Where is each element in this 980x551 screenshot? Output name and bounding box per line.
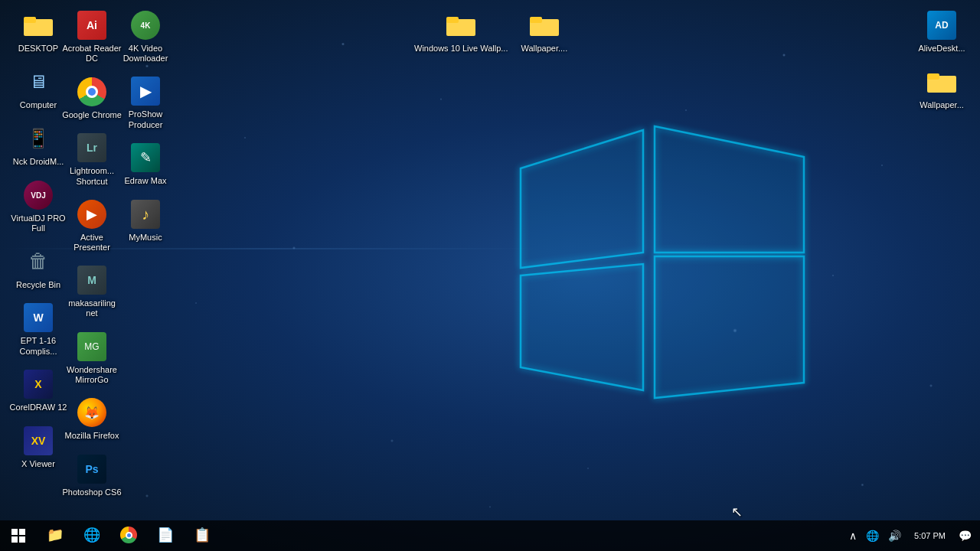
- taskbar: 📁 🌐 📄 📋 ∧ 🌐 🔊 5:07 PM 💬: [0, 520, 980, 551]
- edraw-max-icon[interactable]: ✎ Edraw Max: [113, 138, 178, 191]
- windows-logo: [475, 107, 842, 429]
- svg-marker-1: [655, 126, 804, 253]
- desktop-icons-right: AD AliveDeskt... Wallpaper...: [903, 0, 980, 121]
- top-center-icons: Windows 10 Live Wallp... Wallpaper....: [406, 0, 576, 64]
- explorer-taskbar-icon: 📁: [47, 527, 64, 543]
- svg-rect-11: [927, 73, 939, 80]
- svg-rect-13: [19, 529, 25, 535]
- alivedeskt-icon[interactable]: AD AliveDeskt...: [909, 5, 975, 59]
- proshow-producer-icon[interactable]: ▶ ProShow Producer: [113, 71, 178, 134]
- taskbar-item-explorer[interactable]: 📁: [37, 520, 74, 551]
- 4k-video-downloader-icon[interactable]: 4K 4K Video Downloader: [113, 5, 178, 68]
- clock-time: 5:07 PM: [914, 530, 946, 541]
- svg-marker-2: [521, 264, 643, 390]
- taskbar-item-chrome[interactable]: [110, 520, 147, 551]
- makasariling-net-icon[interactable]: M makasariling net: [59, 260, 125, 323]
- tray-chevron[interactable]: ∧: [847, 528, 859, 543]
- chrome-taskbar-icon: [120, 527, 137, 543]
- svg-rect-9: [530, 17, 542, 23]
- tray-notifications[interactable]: 💬: [956, 528, 974, 543]
- mozilla-firefox-icon[interactable]: 🦊 Mozilla Firefox: [59, 393, 125, 446]
- photoshop-cs6-icon[interactable]: Ps Photoshop CS6: [59, 449, 125, 503]
- taskbar-item-5[interactable]: 📋: [184, 520, 220, 551]
- desktop-icons-col3: 4K 4K Video Downloader ▶ ProShow Produce…: [107, 0, 184, 253]
- svg-rect-7: [446, 17, 459, 23]
- svg-rect-5: [24, 17, 36, 23]
- svg-rect-14: [11, 536, 18, 543]
- mymusic-icon[interactable]: ♪ MyMusic: [113, 194, 178, 248]
- tray-volume[interactable]: 🔊: [886, 528, 903, 543]
- start-button[interactable]: [0, 520, 37, 551]
- system-clock[interactable]: 5:07 PM: [908, 530, 952, 541]
- wondershare-mirrogo-icon[interactable]: MG Wondershare MirrorGo: [59, 327, 125, 390]
- taskbar-item-ie[interactable]: 🌐: [74, 520, 110, 551]
- taskbar-icon-4: 📄: [157, 527, 174, 543]
- ie-taskbar-icon: 🌐: [83, 527, 100, 543]
- taskbar-icon-5: 📋: [194, 527, 211, 543]
- mouse-cursor: ↖: [731, 504, 743, 520]
- taskbar-items: 📁 🌐 📄 📋: [37, 520, 841, 551]
- svg-marker-0: [521, 130, 643, 268]
- svg-rect-15: [19, 536, 25, 543]
- wallpaper-folder-top[interactable]: Wallpaper....: [518, 5, 570, 59]
- svg-rect-12: [11, 529, 18, 535]
- start-icon: [11, 529, 25, 543]
- svg-marker-3: [655, 256, 804, 398]
- wallpaper-folder-right[interactable]: Wallpaper...: [909, 62, 975, 116]
- taskbar-item-4[interactable]: 📄: [147, 520, 184, 551]
- system-tray: ∧ 🌐 🔊 5:07 PM 💬: [841, 520, 980, 551]
- windows10-livewallpaper-folder[interactable]: Windows 10 Live Wallp...: [411, 5, 511, 59]
- tray-network[interactable]: 🌐: [864, 528, 881, 543]
